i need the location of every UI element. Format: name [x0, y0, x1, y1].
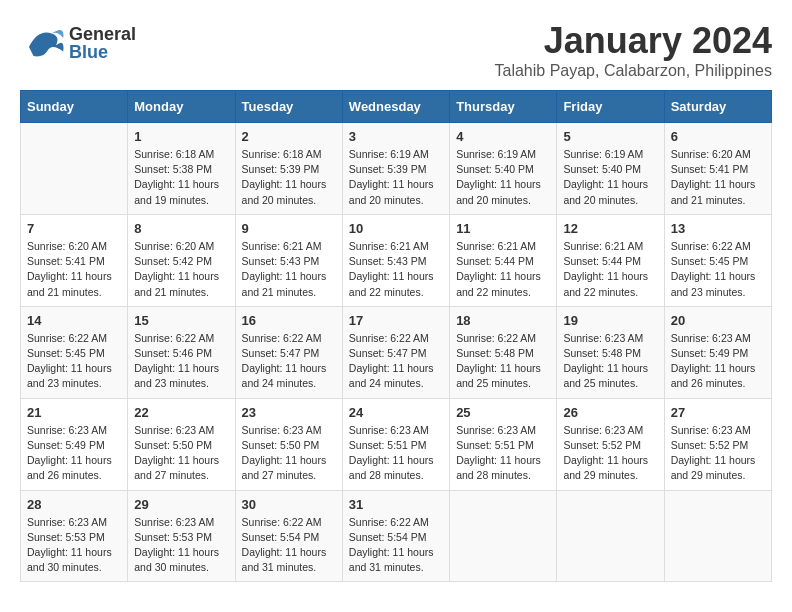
day-info: Sunrise: 6:19 AM Sunset: 5:39 PM Dayligh… — [349, 147, 443, 208]
day-number: 9 — [242, 221, 336, 236]
day-info: Sunrise: 6:22 AM Sunset: 5:54 PM Dayligh… — [349, 515, 443, 576]
day-number: 30 — [242, 497, 336, 512]
day-number: 29 — [134, 497, 228, 512]
calendar-cell: 20Sunrise: 6:23 AM Sunset: 5:49 PM Dayli… — [664, 306, 771, 398]
day-number: 4 — [456, 129, 550, 144]
day-info: Sunrise: 6:23 AM Sunset: 5:53 PM Dayligh… — [134, 515, 228, 576]
calendar-cell: 22Sunrise: 6:23 AM Sunset: 5:50 PM Dayli… — [128, 398, 235, 490]
calendar-cell: 13Sunrise: 6:22 AM Sunset: 5:45 PM Dayli… — [664, 214, 771, 306]
week-row-5: 28Sunrise: 6:23 AM Sunset: 5:53 PM Dayli… — [21, 490, 772, 582]
day-info: Sunrise: 6:20 AM Sunset: 5:41 PM Dayligh… — [27, 239, 121, 300]
day-number: 26 — [563, 405, 657, 420]
day-number: 6 — [671, 129, 765, 144]
calendar-cell: 23Sunrise: 6:23 AM Sunset: 5:50 PM Dayli… — [235, 398, 342, 490]
title-section: January 2024 Talahib Payap, Calabarzon, … — [494, 20, 772, 80]
calendar-cell — [21, 123, 128, 215]
calendar-cell: 1Sunrise: 6:18 AM Sunset: 5:38 PM Daylig… — [128, 123, 235, 215]
day-info: Sunrise: 6:23 AM Sunset: 5:50 PM Dayligh… — [134, 423, 228, 484]
day-number: 21 — [27, 405, 121, 420]
calendar-cell: 11Sunrise: 6:21 AM Sunset: 5:44 PM Dayli… — [450, 214, 557, 306]
calendar-cell: 14Sunrise: 6:22 AM Sunset: 5:45 PM Dayli… — [21, 306, 128, 398]
logo-blue: Blue — [69, 43, 136, 61]
day-info: Sunrise: 6:21 AM Sunset: 5:43 PM Dayligh… — [349, 239, 443, 300]
header: General Blue January 2024 Talahib Payap,… — [20, 20, 772, 80]
day-number: 25 — [456, 405, 550, 420]
week-row-1: 1Sunrise: 6:18 AM Sunset: 5:38 PM Daylig… — [21, 123, 772, 215]
week-row-3: 14Sunrise: 6:22 AM Sunset: 5:45 PM Dayli… — [21, 306, 772, 398]
calendar-cell: 25Sunrise: 6:23 AM Sunset: 5:51 PM Dayli… — [450, 398, 557, 490]
calendar-cell: 19Sunrise: 6:23 AM Sunset: 5:48 PM Dayli… — [557, 306, 664, 398]
calendar-cell: 27Sunrise: 6:23 AM Sunset: 5:52 PM Dayli… — [664, 398, 771, 490]
calendar-cell: 28Sunrise: 6:23 AM Sunset: 5:53 PM Dayli… — [21, 490, 128, 582]
header-friday: Friday — [557, 91, 664, 123]
header-thursday: Thursday — [450, 91, 557, 123]
calendar-cell: 7Sunrise: 6:20 AM Sunset: 5:41 PM Daylig… — [21, 214, 128, 306]
day-info: Sunrise: 6:23 AM Sunset: 5:51 PM Dayligh… — [349, 423, 443, 484]
calendar-cell: 12Sunrise: 6:21 AM Sunset: 5:44 PM Dayli… — [557, 214, 664, 306]
day-number: 8 — [134, 221, 228, 236]
day-info: Sunrise: 6:23 AM Sunset: 5:52 PM Dayligh… — [671, 423, 765, 484]
day-number: 10 — [349, 221, 443, 236]
calendar-cell: 16Sunrise: 6:22 AM Sunset: 5:47 PM Dayli… — [235, 306, 342, 398]
calendar-cell: 24Sunrise: 6:23 AM Sunset: 5:51 PM Dayli… — [342, 398, 449, 490]
day-info: Sunrise: 6:22 AM Sunset: 5:54 PM Dayligh… — [242, 515, 336, 576]
calendar-cell: 4Sunrise: 6:19 AM Sunset: 5:40 PM Daylig… — [450, 123, 557, 215]
day-info: Sunrise: 6:23 AM Sunset: 5:49 PM Dayligh… — [27, 423, 121, 484]
day-info: Sunrise: 6:22 AM Sunset: 5:47 PM Dayligh… — [349, 331, 443, 392]
day-info: Sunrise: 6:23 AM Sunset: 5:48 PM Dayligh… — [563, 331, 657, 392]
day-number: 24 — [349, 405, 443, 420]
day-number: 20 — [671, 313, 765, 328]
calendar-cell: 15Sunrise: 6:22 AM Sunset: 5:46 PM Dayli… — [128, 306, 235, 398]
calendar-cell — [557, 490, 664, 582]
day-info: Sunrise: 6:22 AM Sunset: 5:48 PM Dayligh… — [456, 331, 550, 392]
calendar-cell: 6Sunrise: 6:20 AM Sunset: 5:41 PM Daylig… — [664, 123, 771, 215]
day-info: Sunrise: 6:23 AM Sunset: 5:53 PM Dayligh… — [27, 515, 121, 576]
calendar-title: January 2024 — [494, 20, 772, 62]
day-info: Sunrise: 6:18 AM Sunset: 5:39 PM Dayligh… — [242, 147, 336, 208]
day-number: 27 — [671, 405, 765, 420]
calendar-cell: 2Sunrise: 6:18 AM Sunset: 5:39 PM Daylig… — [235, 123, 342, 215]
day-number: 18 — [456, 313, 550, 328]
day-info: Sunrise: 6:22 AM Sunset: 5:45 PM Dayligh… — [671, 239, 765, 300]
logo-icon — [20, 20, 65, 65]
logo-general: General — [69, 25, 136, 43]
day-number: 1 — [134, 129, 228, 144]
calendar-cell: 18Sunrise: 6:22 AM Sunset: 5:48 PM Dayli… — [450, 306, 557, 398]
days-header-row: Sunday Monday Tuesday Wednesday Thursday… — [21, 91, 772, 123]
day-info: Sunrise: 6:22 AM Sunset: 5:47 PM Dayligh… — [242, 331, 336, 392]
calendar-cell: 10Sunrise: 6:21 AM Sunset: 5:43 PM Dayli… — [342, 214, 449, 306]
calendar-subtitle: Talahib Payap, Calabarzon, Philippines — [494, 62, 772, 80]
week-row-2: 7Sunrise: 6:20 AM Sunset: 5:41 PM Daylig… — [21, 214, 772, 306]
day-number: 19 — [563, 313, 657, 328]
day-number: 13 — [671, 221, 765, 236]
day-info: Sunrise: 6:22 AM Sunset: 5:45 PM Dayligh… — [27, 331, 121, 392]
day-number: 2 — [242, 129, 336, 144]
day-info: Sunrise: 6:18 AM Sunset: 5:38 PM Dayligh… — [134, 147, 228, 208]
calendar-cell: 30Sunrise: 6:22 AM Sunset: 5:54 PM Dayli… — [235, 490, 342, 582]
day-info: Sunrise: 6:21 AM Sunset: 5:44 PM Dayligh… — [456, 239, 550, 300]
day-number: 28 — [27, 497, 121, 512]
header-wednesday: Wednesday — [342, 91, 449, 123]
calendar-cell: 29Sunrise: 6:23 AM Sunset: 5:53 PM Dayli… — [128, 490, 235, 582]
calendar-table: Sunday Monday Tuesday Wednesday Thursday… — [20, 90, 772, 582]
day-number: 16 — [242, 313, 336, 328]
day-info: Sunrise: 6:21 AM Sunset: 5:44 PM Dayligh… — [563, 239, 657, 300]
header-sunday: Sunday — [21, 91, 128, 123]
logo-text: General Blue — [69, 25, 136, 61]
day-info: Sunrise: 6:23 AM Sunset: 5:51 PM Dayligh… — [456, 423, 550, 484]
calendar-cell: 8Sunrise: 6:20 AM Sunset: 5:42 PM Daylig… — [128, 214, 235, 306]
day-number: 17 — [349, 313, 443, 328]
day-number: 31 — [349, 497, 443, 512]
calendar-cell — [450, 490, 557, 582]
day-info: Sunrise: 6:19 AM Sunset: 5:40 PM Dayligh… — [563, 147, 657, 208]
day-number: 7 — [27, 221, 121, 236]
calendar-cell: 31Sunrise: 6:22 AM Sunset: 5:54 PM Dayli… — [342, 490, 449, 582]
day-info: Sunrise: 6:21 AM Sunset: 5:43 PM Dayligh… — [242, 239, 336, 300]
header-monday: Monday — [128, 91, 235, 123]
day-info: Sunrise: 6:23 AM Sunset: 5:50 PM Dayligh… — [242, 423, 336, 484]
calendar-cell: 26Sunrise: 6:23 AM Sunset: 5:52 PM Dayli… — [557, 398, 664, 490]
page-container: General Blue January 2024 Talahib Payap,… — [20, 20, 772, 582]
calendar-cell: 5Sunrise: 6:19 AM Sunset: 5:40 PM Daylig… — [557, 123, 664, 215]
day-number: 22 — [134, 405, 228, 420]
calendar-cell: 21Sunrise: 6:23 AM Sunset: 5:49 PM Dayli… — [21, 398, 128, 490]
